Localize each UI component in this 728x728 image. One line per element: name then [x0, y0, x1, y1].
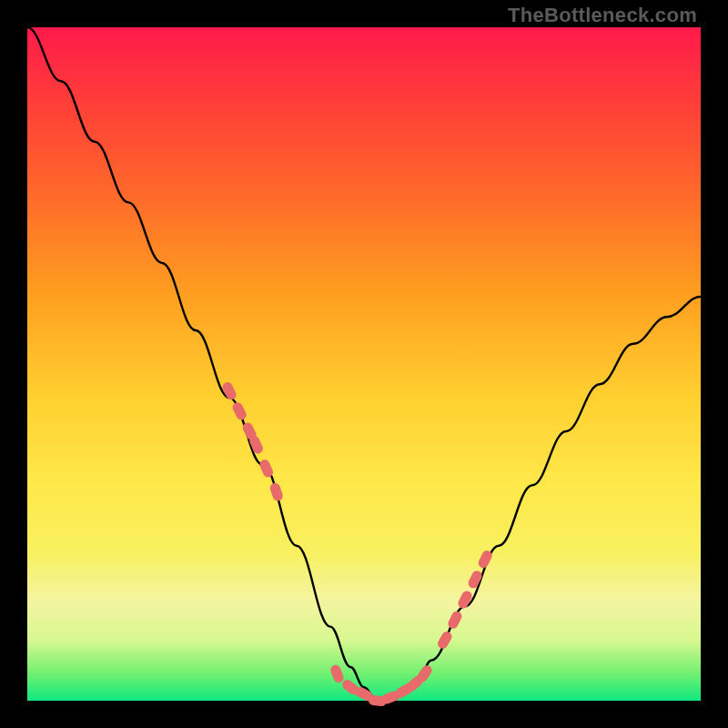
marker-point: [457, 590, 474, 611]
marker-point: [329, 663, 345, 684]
chart-frame: TheBottleneck.com: [0, 0, 728, 728]
marker-point: [436, 630, 453, 651]
marker-point: [221, 380, 238, 401]
marker-group: [221, 380, 494, 706]
plot-area: [27, 27, 701, 701]
chart-svg: [27, 27, 701, 701]
marker-point: [231, 400, 248, 421]
watermark-text: TheBottleneck.com: [508, 4, 697, 27]
marker-point: [268, 481, 284, 501]
marker-point: [447, 610, 464, 631]
bottleneck-curve: [27, 27, 701, 701]
